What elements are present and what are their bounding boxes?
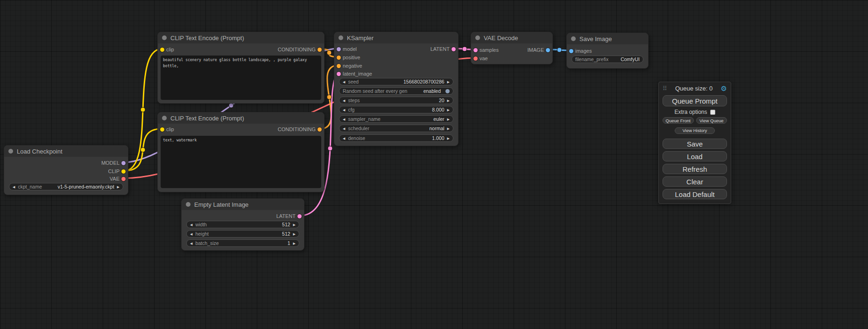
node-title-bar[interactable]: Load Checkpoint bbox=[4, 146, 128, 157]
decrement-arrow-icon[interactable]: ◀ bbox=[13, 185, 15, 189]
load-default-button[interactable]: Load Default bbox=[663, 189, 727, 199]
widget-steps[interactable]: ◀ steps 20 ▶ bbox=[339, 97, 453, 104]
output-port-conditioning[interactable] bbox=[318, 48, 322, 52]
input-port-vae[interactable] bbox=[473, 56, 478, 61]
node-empty-latent-image[interactable]: Empty Latent Image LATENT ◀ width 512 ▶ … bbox=[181, 198, 304, 251]
output-slot-latent[interactable]: LATENT bbox=[182, 213, 304, 219]
node-ksampler[interactable]: KSampler model positive negative latent_… bbox=[334, 32, 459, 146]
node-title: CLIP Text Encode (Prompt) bbox=[170, 115, 244, 122]
output-slot-latent[interactable]: LATENT bbox=[334, 46, 458, 52]
output-port-conditioning[interactable] bbox=[318, 127, 322, 132]
node-clip-text-encode-negative[interactable]: CLIP Text Encode (Prompt) clip CONDITION… bbox=[157, 112, 325, 192]
decrement-arrow-icon[interactable]: ◀ bbox=[190, 232, 192, 236]
increment-arrow-icon[interactable]: ▶ bbox=[447, 127, 450, 130]
output-slot-model[interactable]: MODEL bbox=[4, 160, 128, 166]
widget-filename-prefix[interactable]: filename_prefix ComfyUI bbox=[572, 56, 643, 63]
node-title-bar[interactable]: Empty Latent Image bbox=[182, 199, 304, 210]
collapse-dot-icon[interactable] bbox=[8, 149, 13, 154]
node-graph-canvas[interactable]: Load Checkpoint MODEL CLIP VAE ◀ ckpt_na… bbox=[0, 0, 868, 329]
output-port-latent[interactable] bbox=[297, 214, 302, 218]
decrement-arrow-icon[interactable]: ◀ bbox=[343, 137, 345, 140]
node-title-bar[interactable]: KSampler bbox=[334, 32, 458, 43]
output-slot-clip[interactable]: CLIP bbox=[4, 168, 128, 175]
node-title-bar[interactable]: VAE Decode bbox=[471, 32, 552, 43]
widget-width[interactable]: ◀ width 512 ▶ bbox=[186, 221, 299, 228]
node-load-checkpoint[interactable]: Load Checkpoint MODEL CLIP VAE ◀ ckpt_na… bbox=[4, 145, 128, 195]
widget-value: euler bbox=[433, 116, 444, 122]
prompt-textarea[interactable]: text, watermark bbox=[161, 136, 321, 188]
decrement-arrow-icon[interactable]: ◀ bbox=[190, 242, 192, 245]
widget-scheduler[interactable]: ◀ scheduler normal ▶ bbox=[339, 125, 453, 132]
toggle-on-dot[interactable] bbox=[445, 89, 450, 93]
widget-seed[interactable]: ◀ seed 156680208700286 ▶ bbox=[339, 78, 453, 85]
collapse-dot-icon[interactable] bbox=[475, 35, 480, 40]
decrement-arrow-icon[interactable]: ◀ bbox=[343, 127, 345, 130]
collapse-dot-icon[interactable] bbox=[571, 36, 576, 41]
load-button[interactable]: Load bbox=[663, 151, 727, 161]
widget-denoise[interactable]: ◀ denoise 1.000 ▶ bbox=[339, 134, 453, 142]
clear-button[interactable]: Clear bbox=[663, 176, 727, 187]
save-button[interactable]: Save bbox=[663, 139, 727, 149]
input-slot-positive[interactable]: positive bbox=[334, 54, 458, 61]
input-port-latent-image[interactable] bbox=[337, 72, 341, 76]
increment-arrow-icon[interactable]: ▶ bbox=[293, 223, 296, 226]
widget-batch-size[interactable]: ◀ batch_size 1 ▶ bbox=[186, 239, 299, 247]
input-slot-images[interactable]: images bbox=[567, 48, 648, 54]
input-port-positive[interactable] bbox=[337, 56, 341, 60]
increment-arrow-icon[interactable]: ▶ bbox=[447, 108, 450, 112]
output-port-clip[interactable] bbox=[121, 169, 126, 174]
increment-arrow-icon[interactable]: ▶ bbox=[293, 232, 296, 236]
refresh-button[interactable]: Refresh bbox=[663, 164, 727, 174]
input-slot-negative[interactable]: negative bbox=[334, 63, 458, 69]
widget-value: 156680208700286 bbox=[403, 79, 445, 84]
collapse-dot-icon[interactable] bbox=[162, 116, 167, 120]
increment-arrow-icon[interactable]: ▶ bbox=[293, 242, 296, 245]
prompt-textarea[interactable]: beautiful scenery nature glass bottle la… bbox=[161, 56, 321, 100]
queue-front-button[interactable]: Queue Front bbox=[663, 117, 694, 124]
output-port-image[interactable] bbox=[546, 48, 550, 52]
queue-prompt-button[interactable]: Queue Prompt bbox=[663, 95, 727, 106]
increment-arrow-icon[interactable]: ▶ bbox=[117, 185, 120, 189]
input-port-images[interactable] bbox=[569, 49, 573, 53]
output-port-latent[interactable] bbox=[452, 47, 456, 51]
decrement-arrow-icon[interactable]: ◀ bbox=[343, 99, 345, 102]
increment-arrow-icon[interactable]: ▶ bbox=[447, 118, 450, 121]
widget-ckpt-name[interactable]: ◀ ckpt_name v1-5-pruned-emaonly.ckpt ▶ bbox=[9, 183, 123, 190]
output-slot-conditioning[interactable]: CONDITIONING bbox=[158, 46, 324, 53]
output-slot-conditioning[interactable]: CONDITIONING bbox=[158, 126, 324, 133]
collapse-dot-icon[interactable] bbox=[339, 35, 343, 40]
extra-options-checkbox[interactable] bbox=[710, 110, 715, 115]
decrement-arrow-icon[interactable]: ◀ bbox=[343, 80, 345, 84]
decrement-arrow-icon[interactable]: ◀ bbox=[190, 223, 192, 226]
input-slot-latent-image[interactable]: latent_image bbox=[334, 70, 458, 77]
widget-sampler-name[interactable]: ◀ sampler_name euler ▶ bbox=[339, 115, 453, 123]
output-slot-image[interactable]: IMAGE bbox=[471, 47, 552, 53]
view-queue-button[interactable]: View Queue bbox=[696, 117, 727, 124]
increment-arrow-icon[interactable]: ▶ bbox=[447, 80, 450, 84]
input-port-negative[interactable] bbox=[337, 64, 341, 68]
collapse-dot-icon[interactable] bbox=[186, 202, 191, 207]
node-save-image[interactable]: Save Image images filename_prefix ComfyU… bbox=[566, 33, 649, 69]
decrement-arrow-icon[interactable]: ◀ bbox=[343, 108, 345, 112]
widget-cfg[interactable]: ◀ cfg 8.000 ▶ bbox=[339, 106, 453, 113]
decrement-arrow-icon[interactable]: ◀ bbox=[343, 118, 345, 121]
node-vae-decode[interactable]: VAE Decode samples vae IMAGE bbox=[471, 32, 553, 64]
increment-arrow-icon[interactable]: ▶ bbox=[447, 137, 450, 140]
node-clip-text-encode-positive[interactable]: CLIP Text Encode (Prompt) clip CONDITION… bbox=[157, 32, 325, 104]
increment-arrow-icon[interactable]: ▶ bbox=[447, 99, 450, 102]
widget-random-seed-toggle[interactable]: Random seed after every gen enabled bbox=[339, 87, 453, 95]
output-slot-vae[interactable]: VAE bbox=[4, 175, 128, 182]
output-port-model[interactable] bbox=[121, 161, 126, 165]
widget-height[interactable]: ◀ height 512 ▶ bbox=[186, 230, 299, 238]
widget-value: 20 bbox=[439, 98, 445, 103]
view-history-button[interactable]: View History bbox=[675, 127, 715, 134]
settings-gear-icon[interactable]: ⚙ bbox=[721, 85, 727, 92]
input-slot-vae[interactable]: vae bbox=[471, 55, 552, 62]
output-port-vae[interactable] bbox=[121, 177, 126, 181]
node-title-bar[interactable]: CLIP Text Encode (Prompt) bbox=[158, 32, 324, 43]
collapse-dot-icon[interactable] bbox=[162, 35, 167, 40]
node-title: Empty Latent Image bbox=[194, 201, 248, 208]
node-title-bar[interactable]: CLIP Text Encode (Prompt) bbox=[158, 112, 324, 124]
drag-handle-icon[interactable]: ⠿ bbox=[663, 85, 667, 91]
node-title-bar[interactable]: Save Image bbox=[567, 33, 648, 44]
